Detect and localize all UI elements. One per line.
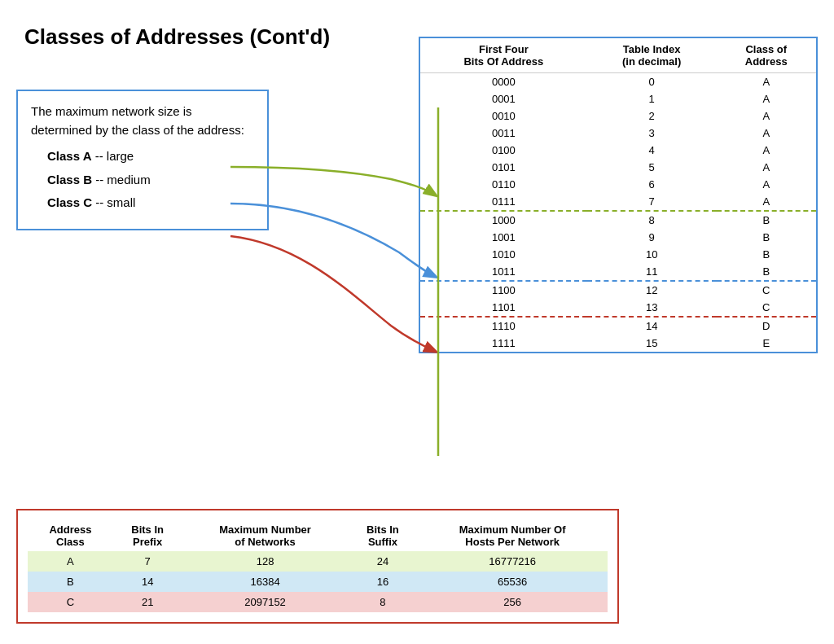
cell-index: 12 — [587, 281, 717, 299]
address-table-row: 111115E — [420, 335, 816, 352]
summary-cell-suffix: 24 — [349, 551, 418, 572]
cell-class: A — [717, 125, 816, 142]
summary-cell-hosts: 256 — [417, 592, 608, 612]
cell-class: B — [717, 229, 816, 246]
summary-box: AddressClass Bits InPrefix Maximum Numbe… — [16, 509, 619, 624]
cell-class: A — [717, 90, 816, 107]
sum-col-suffix: Bits InSuffix — [349, 520, 418, 551]
cell-class: E — [717, 335, 816, 352]
summary-cell-prefix: 7 — [113, 551, 182, 572]
class-a-item: Class A -- large — [31, 147, 254, 166]
cell-index: 9 — [587, 229, 717, 246]
cell-bits: 0110 — [420, 176, 587, 193]
address-table-row: 110012C — [420, 281, 816, 299]
class-b-desc: -- medium — [95, 173, 151, 186]
cell-bits: 1100 — [420, 281, 587, 299]
info-description: The maximum network size is determined b… — [31, 103, 254, 139]
cell-class: B — [717, 246, 816, 263]
summary-table-row: A71282416777216 — [28, 551, 608, 572]
cell-index: 3 — [587, 125, 717, 142]
cell-index: 0 — [587, 73, 717, 91]
summary-cell-suffix: 8 — [349, 592, 418, 612]
cell-index: 7 — [587, 193, 717, 211]
cell-index: 14 — [587, 317, 717, 335]
summary-cell-class: A — [28, 551, 113, 572]
class-c-desc: -- small — [95, 195, 135, 209]
cell-bits: 0011 — [420, 125, 587, 142]
summary-cell-class: B — [28, 572, 113, 592]
class-a-desc: -- large — [95, 149, 134, 163]
cell-index: 8 — [587, 211, 717, 229]
col-header-index: Table Index(in decimal) — [587, 38, 717, 73]
col-header-bits: First FourBits Of Address — [420, 38, 587, 73]
cell-class: B — [717, 211, 816, 229]
class-c-item: Class C -- small — [31, 194, 254, 212]
cell-bits: 1011 — [420, 263, 587, 281]
cell-index: 5 — [587, 159, 717, 176]
sum-col-prefix: Bits InPrefix — [113, 520, 182, 551]
address-table-row: 01117A — [420, 193, 816, 211]
cell-bits: 0101 — [420, 159, 587, 176]
cell-index: 4 — [587, 142, 717, 159]
cell-bits: 1110 — [420, 317, 587, 335]
address-table-row: 01004A — [420, 142, 816, 159]
summary-cell-networks: 128 — [182, 551, 348, 572]
cell-class: C — [717, 281, 816, 299]
cell-bits: 1010 — [420, 246, 587, 263]
address-table-row: 01015A — [420, 159, 816, 176]
address-table-row: 10008B — [420, 211, 816, 229]
cell-class: A — [717, 159, 816, 176]
cell-bits: 0010 — [420, 107, 587, 125]
address-table-row: 111014D — [420, 317, 816, 335]
cell-index: 10 — [587, 246, 717, 263]
summary-cell-prefix: 21 — [113, 592, 182, 612]
address-table-row: 00000A — [420, 73, 816, 91]
summary-cell-prefix: 14 — [113, 572, 182, 592]
summary-table-row: B14163841665536 — [28, 572, 608, 592]
cell-bits: 1000 — [420, 211, 587, 229]
cell-index: 11 — [587, 263, 717, 281]
summary-cell-networks: 16384 — [182, 572, 348, 592]
address-table-row: 101111B — [420, 263, 816, 281]
cell-bits: 0000 — [420, 73, 587, 91]
class-a-label: Class A — [47, 149, 91, 163]
main-container: Classes of Addresses (Cont'd) The maximu… — [0, 0, 834, 644]
address-table-row: 00102A — [420, 107, 816, 125]
cell-bits: 0111 — [420, 193, 587, 211]
page-title: Classes of Addresses (Cont'd) — [24, 24, 330, 50]
cell-bits: 1101 — [420, 299, 587, 317]
summary-cell-networks: 2097152 — [182, 592, 348, 612]
address-table-row: 00113A — [420, 125, 816, 142]
address-table-row: 10019B — [420, 229, 816, 246]
cell-index: 6 — [587, 176, 717, 193]
address-table-header-row: First FourBits Of Address Table Index(in… — [420, 38, 816, 73]
cell-index: 2 — [587, 107, 717, 125]
cell-class: C — [717, 299, 816, 317]
cell-class: A — [717, 176, 816, 193]
cell-class: D — [717, 317, 816, 335]
address-table-row: 101010B — [420, 246, 816, 263]
sum-col-class: AddressClass — [28, 520, 113, 551]
sum-col-hosts: Maximum Number OfHosts Per Network — [417, 520, 608, 551]
cell-bits: 0001 — [420, 90, 587, 107]
summary-table: AddressClass Bits InPrefix Maximum Numbe… — [28, 520, 608, 612]
cell-index: 15 — [587, 335, 717, 352]
class-b-label: Class B — [47, 173, 92, 186]
summary-header-row: AddressClass Bits InPrefix Maximum Numbe… — [28, 520, 608, 551]
cell-class: A — [717, 107, 816, 125]
cell-bits: 1111 — [420, 335, 587, 352]
cell-class: A — [717, 142, 816, 159]
sum-col-networks: Maximum Numberof Networks — [182, 520, 348, 551]
summary-cell-hosts: 65536 — [417, 572, 608, 592]
cell-index: 13 — [587, 299, 717, 317]
address-table-row: 110113C — [420, 299, 816, 317]
cell-bits: 0100 — [420, 142, 587, 159]
address-table: First FourBits Of Address Table Index(in… — [420, 38, 816, 352]
cell-bits: 1001 — [420, 229, 587, 246]
address-table-row: 00011A — [420, 90, 816, 107]
cell-index: 1 — [587, 90, 717, 107]
summary-table-row: C2120971528256 — [28, 592, 608, 612]
summary-cell-class: C — [28, 592, 113, 612]
summary-cell-suffix: 16 — [349, 572, 418, 592]
cell-class: B — [717, 263, 816, 281]
